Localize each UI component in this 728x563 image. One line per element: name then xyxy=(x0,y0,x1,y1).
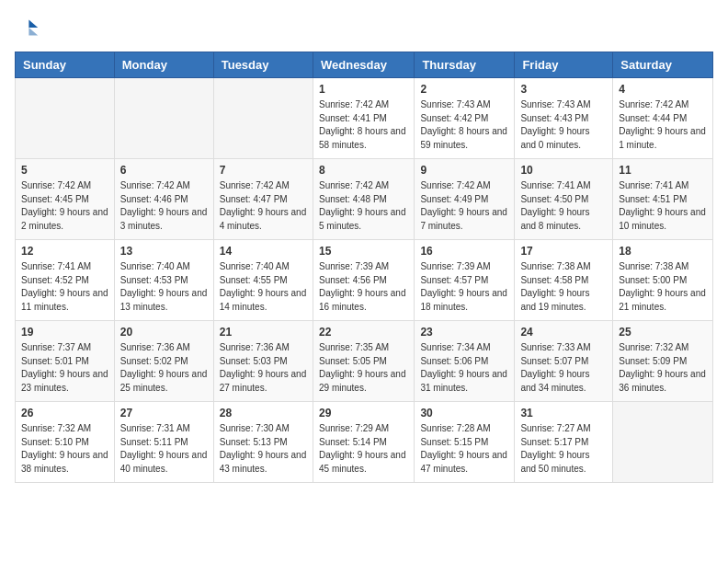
day-number: 13 xyxy=(120,245,208,258)
day-cell: 13Sunrise: 7:40 AM Sunset: 4:53 PM Dayli… xyxy=(114,240,213,321)
weekday-header-friday: Friday xyxy=(515,52,613,78)
day-info: Sunrise: 7:41 AM Sunset: 4:51 PM Dayligh… xyxy=(619,179,707,233)
day-number: 24 xyxy=(520,326,607,339)
day-cell: 1Sunrise: 7:42 AM Sunset: 4:41 PM Daylig… xyxy=(313,78,414,159)
day-info: Sunrise: 7:41 AM Sunset: 4:50 PM Dayligh… xyxy=(520,179,607,233)
day-info: Sunrise: 7:34 AM Sunset: 5:06 PM Dayligh… xyxy=(420,341,508,395)
day-info: Sunrise: 7:39 AM Sunset: 4:57 PM Dayligh… xyxy=(420,260,508,314)
day-number: 15 xyxy=(319,245,408,258)
day-info: Sunrise: 7:42 AM Sunset: 4:46 PM Dayligh… xyxy=(120,179,208,233)
day-number: 31 xyxy=(520,407,607,419)
day-cell: 24Sunrise: 7:33 AM Sunset: 5:07 PM Dayli… xyxy=(515,321,613,402)
day-cell: 25Sunrise: 7:32 AM Sunset: 5:09 PM Dayli… xyxy=(613,321,713,402)
day-cell: 7Sunrise: 7:42 AM Sunset: 4:47 PM Daylig… xyxy=(213,159,313,240)
svg-marker-0 xyxy=(28,20,38,28)
day-number: 27 xyxy=(120,407,208,419)
day-number: 7 xyxy=(220,164,307,177)
logo xyxy=(15,15,44,40)
day-info: Sunrise: 7:42 AM Sunset: 4:44 PM Dayligh… xyxy=(619,98,707,152)
day-number: 2 xyxy=(420,83,508,96)
weekday-header-tuesday: Tuesday xyxy=(213,52,313,78)
day-info: Sunrise: 7:27 AM Sunset: 5:17 PM Dayligh… xyxy=(520,422,607,476)
day-info: Sunrise: 7:33 AM Sunset: 5:07 PM Dayligh… xyxy=(520,341,607,395)
weekday-header-row: SundayMondayTuesdayWednesdayThursdayFrid… xyxy=(16,52,713,78)
day-info: Sunrise: 7:36 AM Sunset: 5:02 PM Dayligh… xyxy=(120,341,208,395)
day-cell: 16Sunrise: 7:39 AM Sunset: 4:57 PM Dayli… xyxy=(415,240,515,321)
day-cell: 14Sunrise: 7:40 AM Sunset: 4:55 PM Dayli… xyxy=(213,240,313,321)
day-cell: 12Sunrise: 7:41 AM Sunset: 4:52 PM Dayli… xyxy=(16,240,115,321)
day-cell: 4Sunrise: 7:42 AM Sunset: 4:44 PM Daylig… xyxy=(613,78,713,159)
day-number: 8 xyxy=(319,164,408,177)
day-number: 18 xyxy=(619,245,707,258)
day-cell: 9Sunrise: 7:42 AM Sunset: 4:49 PM Daylig… xyxy=(415,159,515,240)
day-info: Sunrise: 7:38 AM Sunset: 4:58 PM Dayligh… xyxy=(520,260,607,314)
weekday-header-saturday: Saturday xyxy=(613,52,713,78)
day-info: Sunrise: 7:31 AM Sunset: 5:11 PM Dayligh… xyxy=(120,422,208,476)
day-number: 14 xyxy=(220,245,307,258)
day-info: Sunrise: 7:32 AM Sunset: 5:10 PM Dayligh… xyxy=(21,422,108,476)
day-number: 11 xyxy=(619,164,707,177)
day-cell: 30Sunrise: 7:28 AM Sunset: 5:15 PM Dayli… xyxy=(415,402,515,483)
svg-marker-1 xyxy=(28,28,38,35)
week-row-3: 12Sunrise: 7:41 AM Sunset: 4:52 PM Dayli… xyxy=(16,240,713,321)
day-number: 9 xyxy=(420,164,508,177)
day-number: 12 xyxy=(21,245,108,258)
weekday-header-wednesday: Wednesday xyxy=(313,52,414,78)
day-info: Sunrise: 7:39 AM Sunset: 4:56 PM Dayligh… xyxy=(319,260,408,314)
day-number: 19 xyxy=(21,326,108,339)
day-number: 23 xyxy=(420,326,508,339)
weekday-header-sunday: Sunday xyxy=(16,52,115,78)
day-info: Sunrise: 7:42 AM Sunset: 4:41 PM Dayligh… xyxy=(319,98,408,152)
day-info: Sunrise: 7:40 AM Sunset: 4:55 PM Dayligh… xyxy=(220,260,307,314)
day-info: Sunrise: 7:38 AM Sunset: 5:00 PM Dayligh… xyxy=(619,260,707,314)
day-number: 16 xyxy=(420,245,508,258)
day-info: Sunrise: 7:40 AM Sunset: 4:53 PM Dayligh… xyxy=(120,260,208,314)
day-cell: 17Sunrise: 7:38 AM Sunset: 4:58 PM Dayli… xyxy=(515,240,613,321)
day-number: 10 xyxy=(520,164,607,177)
day-number: 29 xyxy=(319,407,408,419)
day-number: 20 xyxy=(120,326,208,339)
day-info: Sunrise: 7:43 AM Sunset: 4:43 PM Dayligh… xyxy=(520,98,607,152)
day-number: 25 xyxy=(619,326,707,339)
day-cell: 10Sunrise: 7:41 AM Sunset: 4:50 PM Dayli… xyxy=(515,159,613,240)
day-number: 26 xyxy=(21,407,108,419)
day-cell: 20Sunrise: 7:36 AM Sunset: 5:02 PM Dayli… xyxy=(114,321,213,402)
week-row-4: 19Sunrise: 7:37 AM Sunset: 5:01 PM Dayli… xyxy=(16,321,713,402)
day-cell xyxy=(16,78,115,159)
day-info: Sunrise: 7:35 AM Sunset: 5:05 PM Dayligh… xyxy=(319,341,408,395)
day-cell: 26Sunrise: 7:32 AM Sunset: 5:10 PM Dayli… xyxy=(16,402,115,483)
day-cell: 27Sunrise: 7:31 AM Sunset: 5:11 PM Dayli… xyxy=(114,402,213,483)
day-cell xyxy=(213,78,313,159)
day-number: 1 xyxy=(319,83,408,96)
day-cell: 3Sunrise: 7:43 AM Sunset: 4:43 PM Daylig… xyxy=(515,78,613,159)
day-cell: 19Sunrise: 7:37 AM Sunset: 5:01 PM Dayli… xyxy=(16,321,115,402)
day-cell: 22Sunrise: 7:35 AM Sunset: 5:05 PM Dayli… xyxy=(313,321,414,402)
day-info: Sunrise: 7:30 AM Sunset: 5:13 PM Dayligh… xyxy=(220,422,307,476)
page-header xyxy=(15,15,713,40)
day-number: 6 xyxy=(120,164,208,177)
day-cell: 2Sunrise: 7:43 AM Sunset: 4:42 PM Daylig… xyxy=(415,78,515,159)
week-row-5: 26Sunrise: 7:32 AM Sunset: 5:10 PM Dayli… xyxy=(16,402,713,483)
day-number: 17 xyxy=(520,245,607,258)
day-info: Sunrise: 7:42 AM Sunset: 4:49 PM Dayligh… xyxy=(420,179,508,233)
day-cell: 8Sunrise: 7:42 AM Sunset: 4:48 PM Daylig… xyxy=(313,159,414,240)
day-info: Sunrise: 7:36 AM Sunset: 5:03 PM Dayligh… xyxy=(220,341,307,395)
day-info: Sunrise: 7:42 AM Sunset: 4:48 PM Dayligh… xyxy=(319,179,408,233)
day-cell xyxy=(613,402,713,483)
day-info: Sunrise: 7:42 AM Sunset: 4:45 PM Dayligh… xyxy=(21,179,108,233)
day-info: Sunrise: 7:28 AM Sunset: 5:15 PM Dayligh… xyxy=(420,422,508,476)
day-cell xyxy=(114,78,213,159)
day-cell: 31Sunrise: 7:27 AM Sunset: 5:17 PM Dayli… xyxy=(515,402,613,483)
day-cell: 18Sunrise: 7:38 AM Sunset: 5:00 PM Dayli… xyxy=(613,240,713,321)
day-cell: 11Sunrise: 7:41 AM Sunset: 4:51 PM Dayli… xyxy=(613,159,713,240)
day-number: 4 xyxy=(619,83,707,96)
day-cell: 28Sunrise: 7:30 AM Sunset: 5:13 PM Dayli… xyxy=(213,402,313,483)
day-info: Sunrise: 7:42 AM Sunset: 4:47 PM Dayligh… xyxy=(220,179,307,233)
day-number: 5 xyxy=(21,164,108,177)
weekday-header-monday: Monday xyxy=(114,52,213,78)
weekday-header-thursday: Thursday xyxy=(415,52,515,78)
calendar-table: SundayMondayTuesdayWednesdayThursdayFrid… xyxy=(15,52,713,483)
day-info: Sunrise: 7:37 AM Sunset: 5:01 PM Dayligh… xyxy=(21,341,108,395)
logo-icon xyxy=(15,15,40,40)
day-number: 30 xyxy=(420,407,508,419)
